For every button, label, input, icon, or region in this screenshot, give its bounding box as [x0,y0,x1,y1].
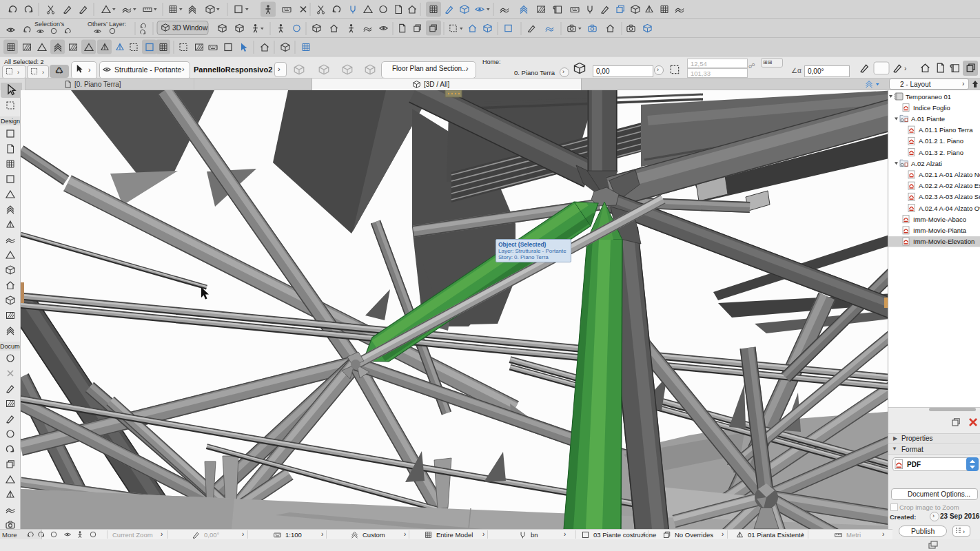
svg-text:Imm-Movie-Abaco: Imm-Movie-Abaco [913,216,966,223]
svg-text:3D Window: 3D Window [172,24,208,32]
svg-text:A.02.3 A-03 Alzato Su: A.02.3 A-03 Alzato Su [919,193,980,200]
svg-text:Others’ Layer:: Others’ Layer: [88,21,126,28]
svg-text:A.01.1 Piano Terra: A.01.1 Piano Terra [919,126,973,134]
svg-text:Design: Design [1,118,20,125]
svg-text:Docume: Docume [0,343,21,350]
svg-text:›: › [963,528,965,535]
svg-text:Indice Foglio: Indice Foglio [913,104,950,112]
svg-text:A.02 Alzati: A.02 Alzati [911,160,942,167]
svg-text:A.01 Piante: A.01 Piante [911,115,945,123]
svg-text:›: › [17,69,19,76]
svg-text:Imm-Movie-Elevation: Imm-Movie-Elevation [913,238,974,245]
svg-text:A.02.4 A-04 Alzato Ov: A.02.4 A-04 Alzato Ov [919,205,980,212]
svg-text:›: › [904,65,906,72]
svg-text:A.02.2 A-02 Alzato Est: A.02.2 A-02 Alzato Est [919,182,980,189]
svg-text:›: › [88,65,91,74]
svg-text:A.02.1 A-01 Alzato No: A.02.1 A-01 Alzato No [919,171,980,178]
svg-text:A.01.3 2. Piano: A.01.3 2. Piano [919,149,963,156]
svg-text:›: › [42,69,44,76]
svg-text:A.01.2 1. Piano: A.01.2 1. Piano [919,137,963,145]
svg-text:Selection’s: Selection’s [34,21,65,28]
svg-text:Imm-Movie-Pianta: Imm-Movie-Pianta [913,227,967,234]
svg-text:Temporaneo 01: Temporaneo 01 [906,93,951,101]
